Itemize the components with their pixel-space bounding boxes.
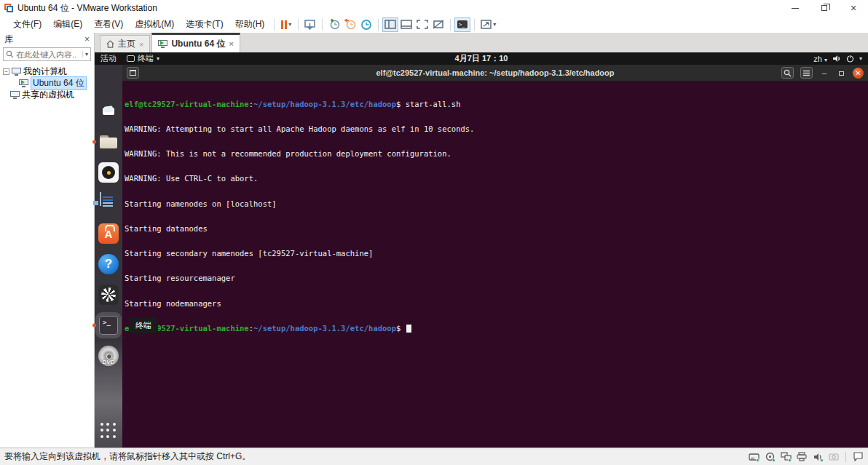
- terminal-line: Starting nodemanagers: [125, 300, 868, 308]
- snapshot-manager-button[interactable]: [358, 17, 374, 32]
- library-search[interactable]: ▾: [3, 47, 91, 61]
- terminal-title: elf@tc29527-virtual-machine: ~/setup/had…: [122, 65, 868, 81]
- terminal-line: WARNING: This is not a recommended produ…: [125, 150, 868, 158]
- console-icon: >_: [457, 20, 468, 29]
- cdrom-indicator[interactable]: [764, 452, 776, 462]
- activities-button[interactable]: 活动: [100, 53, 117, 64]
- dock-item-screenshot-tool[interactable]: [98, 285, 119, 305]
- terminal-content[interactable]: elf@tc29527-virtual-machine:~/setup/hado…: [122, 81, 868, 448]
- power-icon[interactable]: [846, 55, 854, 63]
- send-ctrl-alt-del-button[interactable]: [302, 17, 318, 32]
- restore-button[interactable]: [810, 0, 839, 16]
- dock-item-libreoffice-writer[interactable]: [98, 193, 119, 213]
- menu-vm[interactable]: 虚拟机(M): [129, 16, 180, 33]
- tab-close-icon[interactable]: ×: [139, 40, 143, 49]
- terminal-cursor: [406, 325, 411, 333]
- vm-console: 活动 终端 ▾ 4月7日 17：10 zh ▾ ▾ A: [95, 52, 868, 448]
- terminal-line: Starting namenodes on [localhost]: [125, 200, 868, 208]
- clock[interactable]: 4月7日 17：10: [455, 53, 508, 64]
- tab-close-icon[interactable]: ×: [229, 39, 233, 48]
- terminal-maximize-button[interactable]: [836, 68, 846, 77]
- snapshot-revert-icon: [344, 19, 356, 30]
- tree-item-ubuntu-vm[interactable]: Ubuntu 64 位: [0, 77, 94, 89]
- volume-icon[interactable]: [832, 55, 841, 63]
- library-search-input[interactable]: [16, 50, 76, 59]
- printer-indicator[interactable]: [796, 452, 808, 462]
- dock-item-dvd[interactable]: DVD: [98, 346, 119, 366]
- pinwheel-app-icon: [98, 285, 119, 305]
- search-dropdown-icon[interactable]: ▾: [82, 51, 88, 57]
- take-snapshot-button[interactable]: [326, 17, 342, 32]
- hamburger-icon: [802, 70, 810, 76]
- rhythmbox-icon: [98, 162, 119, 183]
- dock-item-firefox[interactable]: [98, 71, 119, 91]
- menubar: 文件(F) 编辑(E) 查看(V) 虚拟机(M) 选项卡(T) 帮助(H) ▾: [0, 16, 868, 33]
- show-applications-button[interactable]: [100, 423, 117, 439]
- dock-item-terminal[interactable]: >_: [98, 315, 119, 335]
- menu-view[interactable]: 查看(V): [88, 16, 129, 33]
- window-title: Ubuntu 64 位 - VMware Workstation: [17, 2, 157, 15]
- terminal-line: Starting secondary namenodes [tc29527-vi…: [125, 250, 868, 258]
- statusbar-message: 要将输入定向到该虚拟机，请将鼠标指针移入其中或按 Ctrl+G。: [4, 450, 250, 463]
- unity-mode-button[interactable]: [430, 17, 446, 32]
- menu-edit[interactable]: 编辑(E): [47, 16, 88, 33]
- terminal-minimize-button[interactable]: –: [819, 68, 829, 77]
- show-library-button[interactable]: [382, 17, 398, 32]
- minimize-button[interactable]: [781, 0, 810, 16]
- dock-item-thunderbird[interactable]: [98, 101, 119, 122]
- terminal-command: start-all.sh: [401, 100, 460, 108]
- menu-file[interactable]: 文件(F): [7, 16, 47, 33]
- network-indicator[interactable]: [780, 452, 792, 462]
- app-menu-label: 终端: [138, 53, 154, 64]
- running-indicator: [92, 324, 96, 327]
- ubuntu-topbar: 活动 终端 ▾ 4月7日 17：10 zh ▾ ▾: [95, 52, 868, 65]
- message-log-icon[interactable]: [852, 452, 864, 462]
- enter-fullscreen-button[interactable]: [414, 17, 430, 32]
- menu-tabs[interactable]: 选项卡(T): [180, 16, 229, 33]
- terminal-window: elf@tc29527-virtual-machine: ~/setup/had…: [122, 65, 868, 448]
- computer-icon: [12, 68, 21, 76]
- window-glyph-icon: [130, 70, 136, 76]
- suspend-vm-button[interactable]: ▾: [278, 17, 294, 32]
- tree-label: 共享的虚拟机: [22, 89, 74, 101]
- search-icon: [6, 50, 14, 58]
- chevron-down-icon: ▾: [493, 21, 496, 28]
- terminal-close-button[interactable]: ✕: [853, 68, 864, 79]
- bottom-panel-layout-icon: [401, 20, 412, 29]
- pause-icon: [281, 20, 287, 29]
- dock-item-files[interactable]: [98, 132, 119, 152]
- dock: A ? >_ DVD: [95, 65, 122, 448]
- sound-indicator[interactable]: [812, 452, 824, 462]
- stretch-view-button[interactable]: ▾: [478, 17, 498, 32]
- active-dot: [756, 458, 760, 462]
- show-thumbnail-bar-button[interactable]: [398, 17, 414, 32]
- dock-item-rhythmbox[interactable]: [98, 162, 119, 183]
- tab-ubuntu-vm[interactable]: Ubuntu 64 位 ×: [151, 33, 240, 52]
- statusbar: 要将输入定向到该虚拟机，请将鼠标指针移入其中或按 Ctrl+G。: [0, 448, 868, 465]
- library-close-icon[interactable]: ×: [84, 34, 90, 44]
- active-dot: [820, 458, 824, 462]
- terminal-line: Starting datanodes: [125, 225, 868, 233]
- library-tree: − 我的计算机 Ubuntu 64 位 共享的虚拟机: [0, 65, 94, 100]
- collapse-icon[interactable]: −: [3, 68, 9, 75]
- menu-help[interactable]: 帮助(H): [229, 16, 271, 33]
- close-button[interactable]: ×: [839, 0, 868, 16]
- show-console-view-button[interactable]: >_: [454, 17, 470, 32]
- terminal-menu-button[interactable]: [800, 67, 813, 79]
- dock-item-ubuntu-software[interactable]: A: [98, 223, 119, 244]
- input-method-indicator[interactable]: zh ▾: [813, 55, 827, 63]
- tree-item-shared-vms[interactable]: 共享的虚拟机: [0, 89, 94, 100]
- terminal-mini-icon: [127, 55, 135, 62]
- terminal-headerbar[interactable]: elf@tc29527-virtual-machine: ~/setup/had…: [122, 65, 868, 81]
- library-panel: 库 × ▾ − 我的计算机 Ubuntu 64 位 共享的虚拟机: [0, 33, 95, 448]
- terminal-search-button[interactable]: [781, 67, 794, 79]
- revert-snapshot-button[interactable]: [342, 17, 358, 32]
- vm-icon: [19, 79, 28, 87]
- tab-home[interactable]: 主页 ×: [100, 35, 150, 52]
- camera-indicator[interactable]: [828, 452, 840, 462]
- harddisk-indicator[interactable]: [748, 452, 760, 462]
- app-menu-button[interactable]: 终端 ▾: [127, 53, 159, 64]
- dock-item-help[interactable]: ?: [98, 254, 119, 274]
- new-tab-button[interactable]: [127, 67, 139, 79]
- terminal-line: Starting resourcemanager: [125, 274, 868, 282]
